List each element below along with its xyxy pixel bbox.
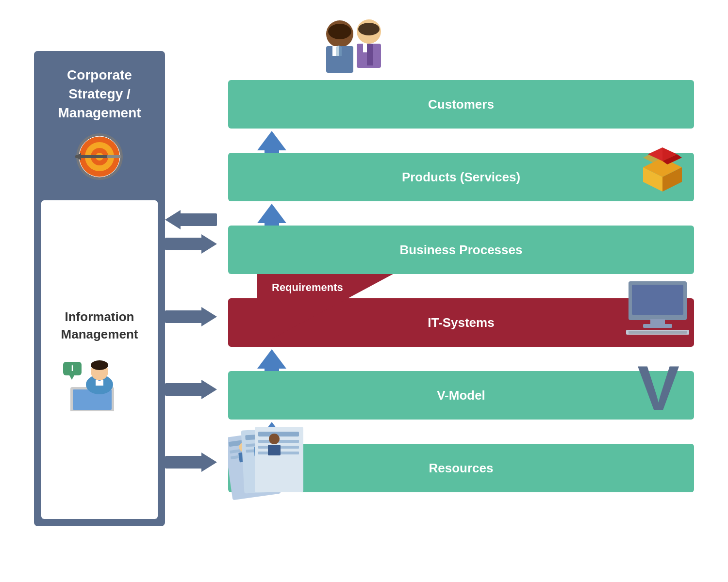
svg-point-25 bbox=[358, 23, 380, 35]
svg-rect-43 bbox=[629, 331, 687, 334]
corporate-strategy-title: Corporate Strategy / Management bbox=[44, 65, 155, 123]
left-arrow-business bbox=[165, 210, 217, 229]
business-label: Business Processes bbox=[400, 242, 523, 258]
svg-rect-41 bbox=[643, 324, 672, 328]
diagram-container: Corporate Strategy / Management bbox=[24, 12, 704, 570]
svg-marker-23 bbox=[336, 45, 342, 56]
right-arrow-itsystems bbox=[165, 307, 217, 326]
right-arrow-business bbox=[165, 234, 217, 254]
customers-layer: Customers bbox=[228, 80, 694, 129]
svg-point-20 bbox=[328, 24, 351, 39]
svg-rect-28 bbox=[367, 44, 373, 65]
layers-area: Customers Products (Services) bbox=[199, 17, 694, 565]
svg-rect-57 bbox=[258, 432, 299, 436]
requirements-triangle: Requirements bbox=[257, 274, 393, 349]
vmodel-layer: V-Model bbox=[228, 371, 694, 420]
target-icon bbox=[75, 132, 124, 181]
information-management-title: Information Management bbox=[51, 308, 148, 343]
resources-label: Resources bbox=[429, 461, 494, 476]
right-arrow-resources bbox=[165, 453, 217, 472]
documents-icon bbox=[228, 424, 315, 517]
customers-figures bbox=[306, 17, 403, 82]
svg-point-61 bbox=[269, 434, 280, 444]
product-box-icon bbox=[636, 141, 689, 194]
sidebar: Corporate Strategy / Management bbox=[34, 51, 165, 526]
svg-rect-7 bbox=[107, 155, 121, 158]
svg-marker-15 bbox=[69, 375, 74, 380]
svg-text:Requirements: Requirements bbox=[272, 281, 343, 293]
svg-rect-56 bbox=[255, 427, 303, 492]
svg-point-13 bbox=[91, 360, 108, 370]
vmodel-label: V-Model bbox=[437, 388, 485, 403]
v-letter-icon: V bbox=[637, 356, 679, 420]
business-layer: Business Processes bbox=[228, 226, 694, 274]
sidebar-bottom: Information Management i bbox=[41, 200, 158, 519]
svg-rect-62 bbox=[268, 445, 281, 455]
products-layer: Products (Services) bbox=[228, 153, 694, 201]
customers-label: Customers bbox=[428, 97, 494, 112]
sidebar-top: Corporate Strategy / Management bbox=[34, 51, 165, 200]
itsystems-label: IT-Systems bbox=[428, 315, 494, 330]
svg-text:i: i bbox=[71, 363, 73, 373]
computer-icon bbox=[626, 281, 689, 335]
info-person-icon: i bbox=[61, 353, 138, 411]
products-label: Products (Services) bbox=[402, 170, 520, 185]
svg-rect-39 bbox=[632, 285, 683, 315]
right-arrow-vmodel bbox=[165, 380, 217, 399]
